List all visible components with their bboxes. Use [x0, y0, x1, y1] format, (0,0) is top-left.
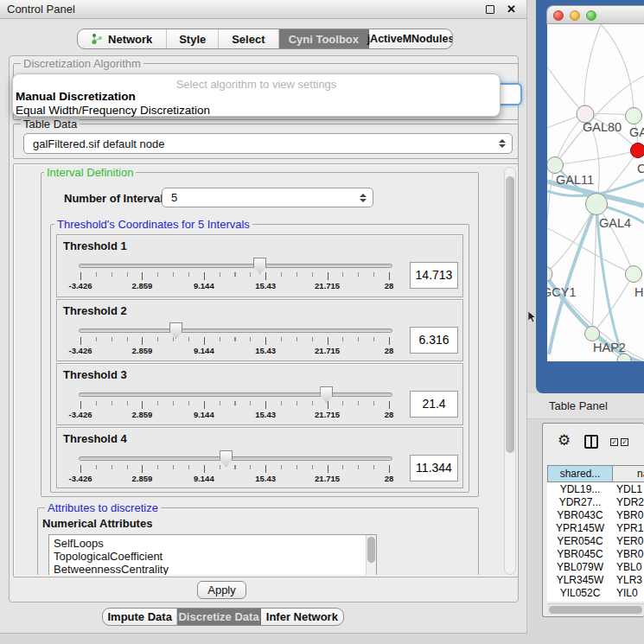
threshold-4-value-field[interactable]: 11.344	[410, 455, 458, 481]
tab-label: Network	[108, 33, 152, 46]
number-of-intervals-label: Number of Intervals	[64, 192, 169, 205]
combobox-value: galFiltered.sif default node	[33, 134, 164, 153]
threshold-3-slider[interactable]	[79, 392, 392, 397]
threshold-4-slider[interactable]	[79, 456, 392, 461]
table-row[interactable]: YIL052CYIL0	[547, 587, 644, 600]
node-label: C	[637, 162, 644, 175]
slider-tick-labels: -3.426 2.859 9.144 15.43 21.715 28	[80, 281, 389, 291]
zoom-traffic-light-icon[interactable]	[586, 10, 596, 21]
dropdown-option-manual-discretization[interactable]: Manual Discretization	[16, 90, 136, 103]
tab-network[interactable]: Network	[78, 29, 167, 48]
scrollbar-thumb[interactable]	[549, 606, 642, 614]
tab-label: Impute Data	[107, 610, 171, 623]
tab-style[interactable]: Style	[167, 29, 219, 48]
threshold-3-value-field[interactable]: 21.4	[410, 391, 458, 418]
threshold-4-panel: Threshold 4 -3.426 2.859 9.144 15.43	[56, 427, 463, 488]
tab-select[interactable]: Select	[219, 29, 279, 48]
apply-button[interactable]: Apply	[197, 581, 246, 599]
threshold-2-value-field[interactable]: 6.316	[410, 327, 458, 354]
node-label: GAL4	[599, 216, 631, 230]
checkbox-icon[interactable]: ✓	[621, 438, 628, 446]
scrollbar-thumb[interactable]	[367, 537, 375, 563]
table-row[interactable]: YDL19...YDL1	[547, 483, 644, 496]
scroll-viewport: Interval Definition Number of Intervals …	[35, 168, 503, 575]
float-window-icon[interactable]	[486, 5, 494, 14]
mouse-cursor	[528, 311, 537, 323]
node-label: GCY1	[547, 285, 577, 299]
node-label: HAP2	[593, 341, 626, 354]
scrollbar-thumb[interactable]	[506, 176, 514, 453]
network-graph-icon	[92, 33, 103, 45]
node-unlabeled[interactable]	[617, 354, 631, 361]
bottom-tab-bar: Impute Data Discretize Data Infer Networ…	[102, 608, 344, 626]
table-row[interactable]: YDR27...YDR2	[547, 496, 644, 509]
list-item-selfloops[interactable]: SelfLoops	[54, 537, 104, 550]
top-tab-bar: Network Style Select Cyni Toolbox jActiv…	[77, 29, 453, 49]
group-label: Table Data	[21, 118, 80, 131]
table-row[interactable]: YPR145WYPR1	[547, 522, 644, 535]
tab-cyni-toolbox[interactable]: Cyni Toolbox	[279, 29, 369, 48]
horizontal-scrollbar[interactable]	[547, 603, 644, 615]
table-data-group: Table Data galFiltered.sif default node	[13, 124, 519, 159]
slider-ticks	[80, 272, 391, 280]
node-hap2[interactable]	[585, 327, 600, 341]
table-row[interactable]: YBL079WYBL0	[547, 561, 644, 574]
interval-definition-group: Interval Definition Number of Intervals …	[41, 172, 479, 497]
close-icon[interactable]: ✕	[507, 0, 516, 18]
node-selected-red[interactable]	[631, 143, 644, 158]
tab-impute-data[interactable]: Impute Data	[103, 609, 177, 625]
table-row[interactable]: YBR045CYBR0	[547, 548, 644, 561]
thresholds-group: Threshold's Coordinates for 5 Intervals …	[50, 224, 469, 493]
split-columns-icon[interactable]	[584, 435, 598, 449]
numerical-attributes-label: Numerical Attributes	[42, 517, 152, 530]
minimize-traffic-light-icon[interactable]	[570, 10, 580, 21]
threshold-label: Threshold 3	[63, 368, 127, 381]
threshold-1-slider[interactable]	[79, 264, 392, 268]
table-data-combobox[interactable]: galFiltered.sif default node	[23, 133, 513, 154]
tab-jactivemnodules[interactable]: jActiveMNodules	[369, 29, 452, 48]
combobox-spinner-icon	[360, 194, 367, 202]
gear-icon[interactable]: ⚙	[558, 433, 571, 448]
list-item-betweennesscentrality[interactable]: BetweennessCentrality	[54, 563, 169, 575]
table-row[interactable]: YER054CYER0	[547, 535, 644, 548]
number-of-intervals-combobox[interactable]: 5	[162, 188, 373, 207]
vertical-scrollbar[interactable]	[504, 167, 516, 575]
tab-infer-network[interactable]: Infer Network	[261, 609, 343, 625]
tab-label: Discretize Data	[178, 610, 258, 623]
threshold-1-value-field[interactable]: 14.713	[410, 262, 458, 289]
tab-label: Select	[232, 33, 265, 46]
cyni-toolbox-panel: Discretization Algorithm Select algorith…	[9, 55, 519, 603]
column-header-name[interactable]: na	[613, 465, 644, 482]
node-gal11[interactable]	[547, 157, 564, 174]
table-row[interactable]: YBR043CYBR0	[547, 509, 644, 522]
close-traffic-light-icon[interactable]	[553, 10, 564, 21]
combobox-spinner-icon	[499, 139, 506, 148]
table-body: YDL19...YDL1 YDR27...YDR2 YBR043CYBR0 YP…	[547, 482, 644, 602]
attributes-to-discretize-group: Attributes to discretize Numerical Attri…	[37, 507, 479, 575]
node-label: GA	[629, 125, 644, 139]
table-row[interactable]: YLR345WYLR3	[547, 574, 644, 587]
table-header-row: shared... na	[547, 465, 644, 482]
list-item-topologicalcoefficient[interactable]: TopologicalCoefficient	[54, 550, 163, 563]
combobox-value: 5	[171, 188, 177, 207]
slider-tick-labels: -3.426 2.859 9.144 15.43 21.715 28	[80, 410, 389, 420]
node-ga[interactable]	[626, 108, 642, 124]
algorithm-dropdown-popup: Select algorithm to view settings Manual…	[12, 73, 501, 117]
application-root: Control Panel ✕ Network Style Select	[0, 0, 644, 644]
column-header-shared[interactable]: shared...	[547, 465, 613, 482]
slider-tick-labels: -3.426 2.859 9.144 15.43 21.715 28	[80, 346, 389, 356]
threshold-2-slider[interactable]	[79, 328, 392, 333]
checkbox-icon[interactable]: ✓	[610, 438, 618, 446]
network-canvas[interactable]: GAL80 GA C GAL11 GAL4 GCY1 H HAP2	[547, 24, 644, 361]
numerical-attributes-list: SelfLoops TopologicalCoefficient Between…	[48, 534, 377, 575]
group-label: Interval Definition	[44, 168, 136, 179]
node-gal4[interactable]	[586, 194, 608, 215]
dropdown-option-equal-width-frequency[interactable]: Equal Width/Frequency Discretization	[16, 104, 210, 117]
slider-ticks	[80, 337, 391, 345]
list-scrollbar[interactable]	[366, 535, 376, 575]
node-gcy1[interactable]	[547, 266, 552, 282]
node-h[interactable]	[626, 266, 642, 283]
tab-discretize-data[interactable]: Discretize Data	[177, 609, 260, 625]
node-label: GAL11	[556, 173, 594, 187]
group-label: Threshold's Coordinates for 5 Intervals	[54, 218, 252, 231]
